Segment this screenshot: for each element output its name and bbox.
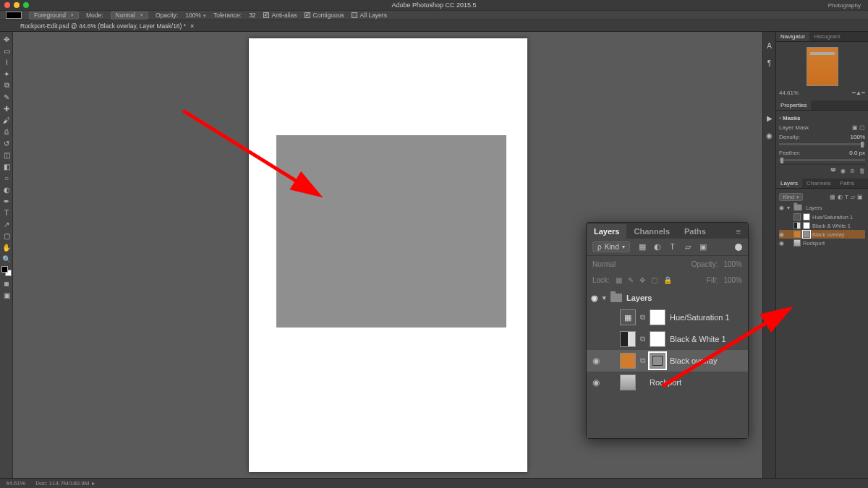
visibility-icon[interactable]: ◉ (591, 294, 598, 303)
filter-type-icon[interactable]: T (668, 242, 678, 252)
status-chevron-icon[interactable]: ▸ (92, 480, 95, 487)
stamp-tool-icon[interactable]: ⎙ (0, 126, 13, 137)
mask-type-icons[interactable]: ▣ ▢ (852, 124, 865, 131)
disclosure-icon[interactable]: ▾ (603, 294, 606, 301)
filter-smart-icon[interactable]: ▣ (698, 242, 708, 252)
mini-row-overlay[interactable]: ◉ Black overlay (779, 230, 865, 239)
adjustment-thumb-icon[interactable]: ▦ (620, 309, 636, 325)
fill-swatch[interactable] (6, 12, 22, 19)
tab-histogram[interactable]: Histogram (809, 32, 844, 41)
mini-row-bw[interactable]: Black & White 1 (779, 221, 865, 230)
char-panel-icon[interactable]: A (765, 40, 775, 51)
blend-mode[interactable]: Normal (592, 260, 616, 268)
mask-thumb[interactable] (650, 331, 665, 347)
close-tab-icon[interactable]: × (190, 22, 194, 30)
dodge-tool-icon[interactable]: ◐ (0, 184, 13, 195)
lock-artboard-icon[interactable]: ▢ (651, 276, 658, 284)
layer-row-black-white[interactable]: ⧉ Black & White 1 (587, 328, 748, 350)
tab-paths[interactable]: Paths (677, 224, 713, 239)
filter-kind-select[interactable]: ρKind▾ (592, 241, 630, 252)
canvas[interactable]: Layers Channels Paths ≡ ρKind▾ ▦ ◐ T ▱ ▣ (13, 32, 762, 478)
disclosure-icon[interactable]: ▾ (787, 205, 790, 211)
lock-all-icon[interactable]: 🔒 (663, 276, 672, 284)
density-slider[interactable] (779, 143, 865, 145)
fill-value[interactable]: 100% (723, 276, 742, 284)
crop-tool-icon[interactable]: ⧉ (0, 80, 13, 91)
mini-mask-icon[interactable] (803, 231, 810, 238)
tab-layers-mini[interactable]: Layers (776, 179, 802, 188)
history-brush-tool-icon[interactable]: ↺ (0, 137, 13, 149)
blur-tool-icon[interactable]: ○ (0, 172, 13, 184)
density-value[interactable]: 100% (851, 134, 865, 140)
paragraph-panel-icon[interactable]: ¶ (765, 58, 775, 68)
adjustment-thumb-icon[interactable] (620, 331, 636, 347)
tab-channels[interactable]: Channels (626, 224, 677, 239)
maximize-icon[interactable] (23, 2, 29, 8)
tab-layers[interactable]: Layers (587, 224, 626, 239)
tab-paths-mini[interactable]: Paths (835, 179, 859, 188)
mask-load-icon[interactable]: ◚ (830, 168, 836, 174)
marquee-tool-icon[interactable]: ▭ (0, 45, 13, 56)
tab-navigator[interactable]: Navigator (776, 32, 809, 41)
magic-wand-tool-icon[interactable]: ✦ (0, 68, 13, 80)
move-tool-icon[interactable]: ✥ (0, 33, 13, 45)
visibility-icon[interactable]: ◉ (779, 231, 785, 238)
feather-slider[interactable] (779, 159, 865, 161)
brush-tool-icon[interactable]: 🖌 (0, 114, 13, 126)
link-icon[interactable]: ⧉ (640, 356, 645, 365)
image-thumb[interactable] (620, 374, 636, 390)
mini-row-hue[interactable]: Hue/Saturation 1 (779, 213, 865, 221)
link-icon[interactable]: ⧉ (640, 313, 645, 322)
layer-opacity-value[interactable]: 100% (723, 260, 742, 268)
lock-position-icon[interactable]: ✥ (639, 276, 645, 284)
path-tool-icon[interactable]: ↗ (0, 218, 13, 230)
pen-tool-icon[interactable]: ✒ (0, 195, 13, 207)
mask-thumb[interactable] (650, 309, 665, 325)
type-tool-icon[interactable]: T (0, 207, 13, 218)
visibility-icon[interactable]: ◉ (591, 377, 601, 388)
mini-thumb-icon[interactable] (793, 213, 801, 221)
hand-tool-icon[interactable]: ✋ (0, 241, 13, 253)
tab-properties[interactable]: Properties (776, 100, 811, 110)
nav-zoom[interactable]: 44.61% (779, 90, 799, 96)
visibility-icon[interactable]: ◉ (591, 356, 601, 366)
mini-mask-icon[interactable] (803, 213, 810, 221)
mask-apply-icon[interactable]: ◉ (841, 168, 846, 174)
navigator-thumb[interactable] (779, 45, 865, 88)
zoom-slider-icon[interactable]: ━▲━ (852, 90, 865, 96)
opacity-value[interactable]: 100% (185, 12, 206, 19)
lasso-tool-icon[interactable]: ⌇ (0, 56, 13, 68)
mini-kind-select[interactable]: Kind (779, 193, 803, 201)
document[interactable] (249, 38, 527, 472)
filter-pixel-icon[interactable]: ▦ (637, 242, 647, 252)
color-swatches[interactable] (1, 266, 12, 276)
layer-group[interactable]: ◉ ▾ Layers (587, 289, 748, 307)
eyedropper-tool-icon[interactable]: ✎ (0, 91, 13, 103)
panel-menu-icon[interactable]: ≡ (729, 224, 748, 239)
solid-color-thumb[interactable] (620, 353, 636, 369)
foreground-select[interactable]: Foreground (29, 12, 79, 20)
tolerance-value[interactable]: 32 (249, 12, 255, 19)
shape-tool-icon[interactable]: ▢ (0, 230, 13, 241)
all-layers-checkbox[interactable] (352, 12, 357, 18)
history-panel-icon[interactable]: ▶ (765, 113, 775, 123)
filter-shape-icon[interactable]: ▱ (683, 242, 693, 252)
mini-row-rockport[interactable]: ◉ Rockport (779, 239, 865, 247)
antialias-checkbox[interactable] (263, 12, 269, 18)
mask-delete-icon[interactable]: 🗑 (859, 168, 865, 174)
healing-tool-icon[interactable]: ✚ (0, 103, 13, 114)
feather-value[interactable]: 0.0 px (849, 150, 865, 156)
document-tab[interactable]: Rockport-Edit.psd @ 44.6% (Black overlay… (13, 20, 201, 31)
lock-transparent-icon[interactable]: ▦ (616, 276, 622, 284)
mini-filter-icons[interactable]: ▦◐T▱▣ (830, 194, 865, 200)
layer-row-rockport[interactable]: ◉ ⧉ Rockport (587, 372, 748, 393)
layer-row-black-overlay[interactable]: ◉ ⧉ Black overlay (587, 350, 748, 372)
link-icon[interactable]: ⧉ (640, 335, 645, 343)
status-zoom[interactable]: 44.61% (6, 480, 25, 487)
lock-pixels-icon[interactable]: ✎ (628, 276, 634, 284)
gradient-tool-icon[interactable]: ◧ (0, 160, 13, 172)
mini-thumb-icon[interactable] (793, 231, 801, 238)
eraser-tool-icon[interactable]: ◫ (0, 149, 13, 160)
minimize-icon[interactable] (14, 2, 20, 8)
mini-thumb-icon[interactable] (793, 239, 801, 247)
